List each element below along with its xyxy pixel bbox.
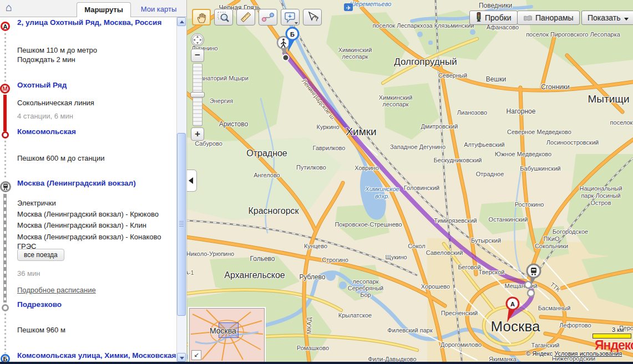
scale-label: 3 км <box>612 326 624 333</box>
map-attribution: © Яндекс Условия использования <box>526 350 622 357</box>
tab-routes[interactable]: Маршруты <box>77 2 131 17</box>
chevron-left-icon <box>189 177 193 184</box>
tool-route-button[interactable] <box>259 9 277 25</box>
rail-connector <box>3 194 7 303</box>
minimap[interactable]: Москва ↙ <box>189 308 265 362</box>
traffic-button[interactable]: Пробки <box>469 11 518 25</box>
sidebar-scrollbar[interactable] <box>176 17 186 362</box>
walk-connector <box>4 33 6 82</box>
metro-exit-title[interactable]: Комсомольская <box>17 127 179 136</box>
pan-compass-button[interactable] <box>191 33 204 47</box>
minimap-collapse-button[interactable]: ↙ <box>191 350 201 360</box>
ruler-icon <box>239 11 253 24</box>
home-icon[interactable]: ⌂ <box>6 1 12 14</box>
panoramas-button[interactable]: Панорамы <box>517 11 580 25</box>
scrollbar-thumb[interactable] <box>177 133 186 316</box>
all-trains-button[interactable]: все поезда <box>17 249 64 261</box>
metro-icon: М <box>0 84 10 94</box>
walk-instruction: Пешком 960 м <box>17 326 179 334</box>
show-button-label: Показать <box>588 13 621 22</box>
arrow-down-icon <box>180 357 184 360</box>
route-sidebar: ⌂ Маршруты Мои карты А М Б 2, улица Охот… <box>0 0 187 364</box>
compass-icon <box>191 34 204 46</box>
marker-a: А <box>1 22 10 31</box>
walk-instruction: Пешком 110 м до метро <box>17 46 179 54</box>
minimap-city-label: Москва <box>210 326 236 335</box>
metro-exit-marker <box>2 131 9 139</box>
walk-connector <box>4 141 6 180</box>
train-route: Москва (Ленинградский вокзал) - Крюково <box>17 210 179 218</box>
svg-text:?: ? <box>315 16 319 22</box>
help-cursor-icon: ? <box>305 11 320 24</box>
scrollbar-grip <box>179 221 184 227</box>
arrow-up-icon <box>180 20 184 23</box>
rail-kind: Электрички <box>17 199 179 207</box>
rail-station-marker <box>0 181 11 192</box>
zoom-in-button[interactable]: + <box>191 127 204 141</box>
terms-link[interactable]: Условия использования <box>554 350 622 357</box>
metro-trip-info: 4 станции, 6 мин <box>17 112 179 120</box>
rail-station-title[interactable]: Москва (Ленинградский вокзал) <box>17 179 179 187</box>
rail-exit-marker <box>2 304 9 311</box>
show-menu-button[interactable]: Показать <box>581 11 633 25</box>
sidebar-collapse-button[interactable] <box>186 170 197 192</box>
yandex-maps-window: Черная ГрязьШереметьевоПоведникипоселок … <box>0 0 633 364</box>
traffic-button-label: Пробки <box>485 13 512 22</box>
panoramas-icon <box>523 14 533 22</box>
zoom-slider-thumb[interactable] <box>190 92 205 98</box>
route-tool-icon <box>261 11 275 24</box>
dropdown-arrow-icon <box>624 18 629 20</box>
train-route: Москва (Ленинградский вокзал) - Конаково… <box>17 232 179 251</box>
tool-pan-button[interactable] <box>192 9 211 25</box>
walk-connector <box>4 314 6 353</box>
tool-add-placemark-button[interactable]: + <box>281 9 300 25</box>
svg-text:+: + <box>288 13 291 19</box>
hand-icon <box>195 11 209 24</box>
train-route: Москва (Ленинградский вокзал) - Клин <box>17 221 179 229</box>
route-point-b-title[interactable]: Комсомольская улица, Химки, Московская <box>17 351 179 360</box>
tool-help-button[interactable]: ? <box>303 9 322 25</box>
wait-instruction: Подождать 2 мин <box>17 55 179 64</box>
tab-my-maps[interactable]: Мои карты <box>136 2 181 17</box>
copyright-text: © Яндекс <box>526 350 553 357</box>
scroll-down-button[interactable] <box>177 353 186 362</box>
traffic-light-icon <box>475 12 482 22</box>
route-point-a-title[interactable]: 2, улица Охотный Ряд, Москва, Россия <box>17 18 179 27</box>
scroll-up-button[interactable] <box>177 17 186 26</box>
panoramas-button-label: Панорамы <box>535 13 574 22</box>
zoom-frame-icon <box>216 11 231 24</box>
rail-exit-title[interactable]: Подрезково <box>17 300 179 309</box>
tool-zoom-frame-button[interactable] <box>214 9 233 25</box>
metro-line-name: Сокольническая линия <box>17 99 179 107</box>
rail-duration: 36 мин <box>17 269 179 278</box>
window-bottom-edge <box>0 362 633 364</box>
metro-connector <box>3 95 7 131</box>
tool-ruler-button[interactable] <box>236 9 255 25</box>
metro-station-title[interactable]: Охотный Ряд <box>17 81 179 89</box>
train-icon <box>2 183 9 191</box>
detailed-schedule-link[interactable]: Подробное расписание <box>17 286 96 294</box>
walk-instruction: Пешком 600 м до станции <box>17 154 179 162</box>
sidebar-header: ⌂ Маршруты Мои карты <box>0 0 186 17</box>
zoom-out-button[interactable]: − <box>191 49 204 62</box>
dropdown-arrow-icon <box>295 22 298 24</box>
